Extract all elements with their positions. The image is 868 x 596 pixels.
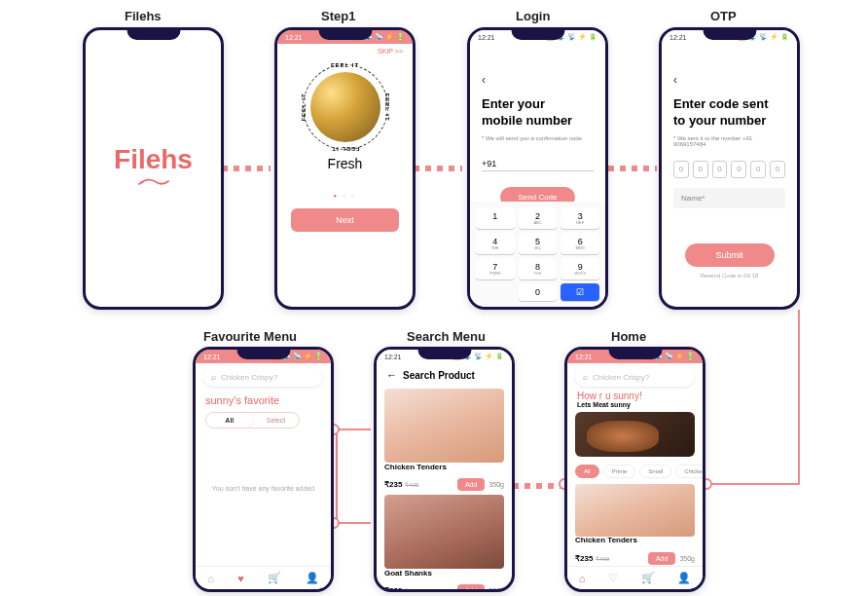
label-login: Login [516,9,550,23]
chip-small[interactable]: Small [639,465,671,478]
key-done[interactable]: ☑ [561,283,599,301]
nav-heart-icon[interactable]: ♡ [608,572,618,584]
add-button[interactable]: Add [648,552,675,565]
screen-home: 12:21📶 📡 📡 ⚡ 🔋 ⌕Chicken Crispy? How r u … [564,347,705,592]
nav-home-icon[interactable]: ⌂ [207,573,214,584]
empty-state-text: You don't have any favorite added [196,485,331,492]
fav-title: sunny's favorite [196,391,331,412]
label-search: Search Menu [407,329,486,344]
back-icon[interactable]: ‹ [673,73,785,87]
label-otp: OTP [710,9,737,23]
brand-swirl-icon [136,175,171,193]
screen-favourite: 12:21📶 📡 📡 ⚡ 🔋 ⌕Chicken Crispy? sunny's … [193,347,334,592]
tab-select[interactable]: Select [253,413,300,428]
chip-chicken[interactable]: Chicken [675,465,703,478]
hero-banner[interactable] [575,412,695,457]
phone-notch [511,30,564,40]
key-4[interactable]: 4GHI [476,233,515,254]
login-hint: * We will send you a confirmation code [482,135,594,141]
page-indicator: ● ○ ○ [277,193,413,199]
connector [513,483,561,489]
otp-hint: * We sent it to the number +91 906915748… [673,135,785,147]
sub-greeting: Lets Meat sunny [567,401,703,408]
key-5[interactable]: 5JKL [519,233,558,254]
search-title: Search Product [403,370,475,381]
phone-notch [236,350,290,359]
product-card[interactable]: Chicken Tenders ₹235₹400 Add350g [384,389,504,493]
label-step1: Step1 [321,9,355,23]
connector [608,166,657,171]
onboarding-image: FEEL IT FEEL IT FEEL IT FEEL IT [303,64,388,150]
skip-link[interactable]: SKIP >> [277,44,413,56]
key-6[interactable]: 6MNO [561,233,599,254]
key-7[interactable]: 7PQRS [476,258,515,279]
key-1[interactable]: 1 [476,207,515,229]
numeric-keypad: 1 2ABC 3DEF 4GHI 5JKL 6MNO 7PQRS 8TUV 9W… [470,202,605,307]
connector [336,428,371,430]
product-card[interactable]: Goat Shanks ₹589₹694 Add500g [384,495,504,592]
back-icon[interactable]: ‹ [482,73,594,87]
nav-user-icon[interactable]: 👤 [306,572,319,584]
phone-input[interactable]: +91 [482,153,594,171]
fav-tabs: All Select [205,412,300,428]
product-name: Chicken Tenders [575,537,695,545]
login-title: Enter yourmobile number [482,96,594,130]
phone-notch [417,350,471,359]
back-icon[interactable]: ← [386,369,397,381]
resend-text: Resend Code in 00:18 [673,273,785,279]
label-fav: Favourite Menu [203,329,297,344]
nav-heart-icon[interactable]: ♥ [237,573,244,584]
search-icon: ⌕ [211,372,216,382]
label-home: Home [611,329,646,344]
add-button[interactable]: Add [457,584,485,592]
label-filehs: Filehs [125,9,162,23]
phone-notch [703,30,756,40]
nav-cart-icon[interactable]: 🛒 [268,572,281,584]
product-card[interactable]: Chicken Tenders ₹235₹400 Add350g [575,484,695,567]
name-input[interactable]: Name* [673,188,785,208]
brand-logo-text: Filehs [114,144,193,175]
connector [222,166,271,171]
key-0[interactable]: 0 [519,283,558,301]
tab-all[interactable]: All [206,413,253,428]
add-button[interactable]: Add [457,478,485,491]
phone-notch [318,30,372,40]
onboarding-caption: Fresh [277,156,413,171]
key-9[interactable]: 9WXYZ [561,258,599,279]
nav-cart-icon[interactable]: 🛒 [641,572,655,584]
bottom-nav: ⌂ ♡ 🛒 👤 [567,566,703,589]
svg-point-0 [140,181,142,183]
connector [414,166,462,171]
connector [336,428,338,524]
connector [336,522,371,524]
product-name: Chicken Tenders [384,463,504,471]
search-input[interactable]: ⌕Chicken Crispy? [203,367,323,387]
chip-all[interactable]: All [575,465,599,478]
chip-prime[interactable]: Prime [603,465,636,478]
search-icon: ⌕ [583,372,588,382]
submit-button[interactable]: Submit [685,243,775,267]
key-2[interactable]: 2ABC [519,207,558,229]
screen-step1: 12:21📶 📡 📡 ⚡ 🔋 SKIP >> FEEL IT FEEL IT F… [274,27,416,310]
nav-user-icon[interactable]: 👤 [677,572,691,584]
screen-filehs: Filehs [83,27,224,310]
bottom-nav: ⌂ ♥ 🛒 👤 [196,566,331,589]
greeting-text: How r u sunny! [567,391,703,401]
product-name: Goat Shanks [384,569,504,577]
screen-search-menu: 12:21📶 📡 📡 ⚡ 🔋 ← Search Product Chicken … [374,347,515,592]
key-blank [476,283,515,301]
next-button[interactable]: Next [291,208,399,232]
screen-otp: 12:21📶 📡 📡 ⚡ 🔋 ‹ Enter code sentto your … [659,27,800,310]
screen-login: 12:21📶 📡 📡 ⚡ 🔋 ‹ Enter yourmobile number… [467,27,608,310]
product-image [384,495,504,569]
phone-notch [608,350,662,359]
product-image [384,389,504,463]
product-image [575,484,695,537]
category-chips: All Prime Small Chicken [567,461,703,482]
key-3[interactable]: 3DEF [561,207,599,229]
key-8[interactable]: 8TUV [519,258,558,279]
otp-inputs[interactable]: 000000 [673,161,785,178]
phone-notch [127,30,180,40]
nav-home-icon[interactable]: ⌂ [579,573,586,584]
search-input[interactable]: ⌕Chicken Crispy? [575,367,695,387]
